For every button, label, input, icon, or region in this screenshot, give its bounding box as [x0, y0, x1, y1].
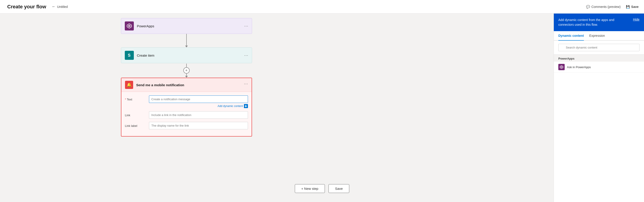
dynamic-item-label: Ask in PowerApps	[567, 65, 591, 69]
arrow-head-2	[185, 76, 188, 78]
create-item-step[interactable]: S Create item ⋯	[121, 47, 252, 63]
create-item-step-title: Create item	[137, 53, 154, 57]
back-arrow-icon: ←	[52, 4, 56, 9]
save-icon: 💾	[626, 5, 630, 8]
save-label: Save	[631, 5, 638, 8]
powerapps-step[interactable]: PowerApps ⋯	[121, 18, 252, 34]
notification-step-icon: 🔔	[125, 81, 133, 89]
comments-button[interactable]: 💬 Comments (preview)	[586, 5, 620, 8]
link-label-field-row: Link label	[125, 122, 248, 129]
link-field-row: Link	[125, 111, 248, 119]
powerapps-step-title: PowerApps	[137, 24, 154, 28]
dynamic-item-ask-in-powerapps[interactable]: Ask in PowerApps	[554, 62, 644, 73]
back-button[interactable]: ← Untitled	[52, 4, 68, 9]
sharepoint-step-icon: S	[125, 51, 134, 60]
text-field-wrap: Add dynamic content ✚	[149, 95, 248, 108]
dynamic-content-panel: Add dynamic content from the apps and co…	[554, 13, 644, 202]
connector-1	[185, 34, 188, 47]
link-label-field-wrap	[149, 122, 248, 129]
hide-panel-button[interactable]: Hide	[633, 18, 640, 21]
notification-body: * Text Add dynamic content ✚	[122, 92, 252, 136]
notification-step-title: Send me a mobile notification	[136, 83, 184, 87]
save-flow-button[interactable]: Save	[328, 184, 349, 193]
save-button[interactable]: 💾 Save	[626, 5, 638, 8]
link-label-input[interactable]	[149, 122, 248, 129]
flow-steps: PowerApps ⋯ S Create item ⋯ + 🔔	[119, 18, 254, 137]
powerapps-step-icon	[125, 21, 134, 30]
dynamic-panel-tabs: Dynamic content Expression	[554, 31, 644, 41]
add-step-button[interactable]: +	[183, 67, 190, 74]
link-field-wrap	[149, 111, 248, 119]
comments-label: Comments (preview)	[591, 5, 620, 8]
bottom-buttons: + New step Save	[295, 184, 350, 193]
tab-dynamic-content[interactable]: Dynamic content	[558, 31, 584, 41]
dynamic-item-powerapps-icon	[558, 64, 565, 70]
link-label-field-label: Link label	[125, 122, 145, 128]
add-dynamic-content-button[interactable]: Add dynamic content ✚	[218, 104, 248, 108]
connector-line-1	[186, 34, 187, 46]
connector-line-2a	[186, 64, 187, 67]
svg-marker-1	[128, 25, 131, 27]
new-step-button[interactable]: + New step	[295, 184, 325, 193]
add-dynamic-row: Add dynamic content ✚	[149, 104, 248, 108]
connector-2: +	[186, 63, 187, 78]
add-dynamic-icon: ✚	[244, 104, 248, 108]
sharepoint-icon-letter: S	[128, 53, 130, 58]
dynamic-search-input[interactable]	[558, 44, 640, 51]
flow-canvas: PowerApps ⋯ S Create item ⋯ + 🔔	[0, 13, 644, 202]
comment-icon: 💬	[586, 5, 590, 8]
arrow-head-1	[185, 46, 188, 47]
notification-step: 🔔 Send me a mobile notification ⋯ * Text…	[121, 78, 252, 137]
search-inner: 🔍	[558, 44, 640, 51]
create-item-more-button[interactable]: ⋯	[244, 53, 249, 58]
text-field-label: * Text	[125, 95, 145, 101]
dynamic-panel-header: Add dynamic content from the apps and co…	[554, 13, 644, 31]
toolbar-right: 💬 Comments (preview) 💾 Save	[586, 5, 638, 8]
link-field-label: Link	[125, 111, 145, 117]
link-input[interactable]	[149, 111, 248, 119]
dynamic-search-wrap: 🔍	[554, 41, 644, 55]
powerapps-more-button[interactable]: ⋯	[244, 23, 249, 28]
page-title: Create your flow	[7, 4, 46, 10]
notification-more-button[interactable]: ⋯	[244, 81, 248, 86]
dynamic-section-label: PowerApps	[554, 55, 644, 62]
top-bar: Create your flow ← Untitled 💬 Comments (…	[0, 0, 644, 13]
back-label: Untitled	[57, 5, 68, 8]
dynamic-panel-header-text: Add dynamic content from the apps and co…	[558, 18, 630, 27]
text-input[interactable]	[149, 95, 248, 103]
text-field-row: * Text Add dynamic content ✚	[125, 95, 248, 108]
notification-card-header: 🔔 Send me a mobile notification ⋯	[122, 78, 252, 92]
tab-expression[interactable]: Expression	[589, 31, 605, 41]
svg-marker-3	[560, 66, 562, 68]
